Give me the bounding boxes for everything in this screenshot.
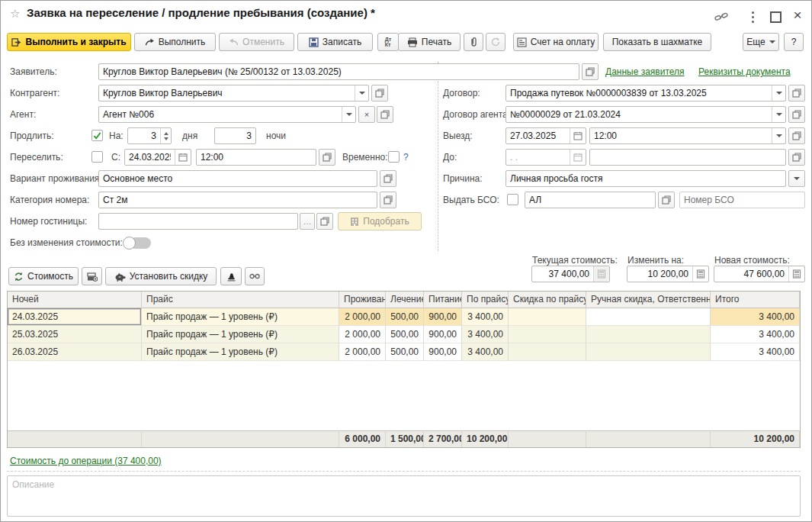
invoice-button[interactable]: Счет на оплату <box>513 33 599 51</box>
contract-field[interactable] <box>505 85 786 102</box>
dropdown-icon[interactable] <box>342 107 355 122</box>
agent-clear-button[interactable]: × <box>358 106 375 123</box>
cell-by-price[interactable]: 3 400,00 <box>462 343 509 361</box>
cell-treatment[interactable]: 500,00 <box>386 343 424 361</box>
cell-night[interactable]: 25.03.2025 <box>8 326 142 343</box>
agent-input[interactable] <box>99 107 342 122</box>
execute-button[interactable]: Выполнить <box>134 33 216 51</box>
save-button[interactable]: Записать <box>297 33 373 51</box>
cell-price-discount[interactable] <box>509 343 586 361</box>
col-header-manual-discount[interactable]: Ручная скидка, Ответственный <box>586 292 711 308</box>
calendar-icon[interactable] <box>175 150 191 165</box>
applicant-field[interactable] <box>98 63 579 80</box>
room-category-field[interactable] <box>98 192 377 208</box>
cell-meals[interactable]: 900,00 <box>424 326 462 343</box>
show-postings-button[interactable]: ДтКт <box>377 33 399 51</box>
prolong-nights-field[interactable] <box>214 127 256 144</box>
cancel-button[interactable]: Отменить <box>219 33 294 51</box>
prolong-checkbox[interactable] <box>91 130 103 141</box>
close-button[interactable]: × <box>789 8 806 22</box>
more-button[interactable]: Еще <box>743 33 779 51</box>
cell-treatment[interactable]: 500,00 <box>386 308 424 326</box>
cell-manual-discount[interactable] <box>586 343 711 361</box>
departure-date-field[interactable] <box>505 127 586 144</box>
col-header-treatment[interactable]: Лечение <box>386 292 424 308</box>
counterparty-input[interactable] <box>99 85 355 101</box>
contract-open-button[interactable] <box>788 85 805 102</box>
refresh-cost-button[interactable]: Стоимость <box>8 267 79 285</box>
cell-meals[interactable]: 900,00 <box>424 308 462 326</box>
execute-and-close-button[interactable]: Выполнить и закрыть <box>7 33 131 51</box>
applicant-open-button[interactable] <box>582 63 599 80</box>
cell-price[interactable]: Прайс продаж — 1 уровень (₽) <box>142 343 339 361</box>
cash-register-button[interactable] <box>82 267 102 285</box>
dropdown-icon[interactable] <box>772 128 785 143</box>
cell-by-price[interactable]: 3 400,00 <box>462 326 509 343</box>
cell-price-discount[interactable] <box>509 326 586 343</box>
dropdown-icon[interactable] <box>772 107 785 122</box>
cell-total[interactable]: 3 400,00 <box>711 308 800 326</box>
bso-number-input[interactable] <box>680 192 804 208</box>
room-category-input[interactable] <box>99 192 377 208</box>
temporary-checkbox[interactable] <box>388 151 400 163</box>
col-header-nights[interactable]: Ночей <box>8 292 142 308</box>
reason-input[interactable] <box>506 171 785 186</box>
bso-number-field[interactable] <box>679 192 805 208</box>
until-date-field[interactable] <box>505 149 586 166</box>
change-by-input[interactable] <box>627 266 692 282</box>
agent-field[interactable] <box>98 106 356 123</box>
dropdown-icon[interactable] <box>355 85 368 101</box>
counterparty-field[interactable] <box>98 85 369 102</box>
cell-stay[interactable]: 2 000,00 <box>339 326 386 343</box>
until-time-input[interactable] <box>590 150 785 165</box>
agent-contract-open-button[interactable] <box>788 106 805 123</box>
stay-option-field[interactable] <box>98 170 377 187</box>
col-header-price[interactable]: Прайс <box>142 292 339 308</box>
stamp-button[interactable] <box>220 267 242 285</box>
set-discount-button[interactable]: Установить скидку <box>105 267 217 285</box>
until-date-input[interactable] <box>506 150 570 165</box>
show-in-chessboard-button[interactable]: Показать в шахматке <box>603 33 711 51</box>
pick-room-button[interactable]: Подобрать <box>338 212 422 230</box>
prolong-days-input[interactable] <box>128 128 160 143</box>
spinner-control[interactable] <box>160 128 171 143</box>
new-cost-input[interactable] <box>714 266 788 282</box>
relocate-date-field[interactable] <box>124 149 191 166</box>
cell-treatment[interactable]: 500,00 <box>386 326 424 343</box>
cell-by-price[interactable]: 3 400,00 <box>462 308 509 326</box>
col-header-by-price[interactable]: По прайсу <box>462 292 509 308</box>
reason-dropdown-button[interactable] <box>788 170 805 187</box>
col-header-price-discount[interactable]: Скидка по прайсу <box>509 292 586 308</box>
stay-option-open-button[interactable] <box>380 170 396 187</box>
cost-before-operation-link[interactable]: Стоимость до операции (37 400,00) <box>10 453 162 469</box>
agent-open-button[interactable] <box>377 106 393 123</box>
print-button[interactable]: Печать <box>398 33 461 51</box>
col-header-meals[interactable]: Питание <box>424 292 462 308</box>
hotel-room-ellipsis-button[interactable]: … <box>300 213 315 230</box>
linked-documents-button[interactable] <box>245 267 265 285</box>
cell-manual-discount[interactable] <box>586 326 711 343</box>
cell-price[interactable]: Прайс продаж — 1 уровень (₽) <box>142 326 339 343</box>
favorite-star-icon[interactable]: ☆ <box>10 7 20 21</box>
relocate-checkbox[interactable] <box>91 151 103 163</box>
hotel-room-field[interactable] <box>98 213 298 230</box>
calculator-icon[interactable] <box>593 266 609 282</box>
get-link-button[interactable] <box>713 10 730 24</box>
bso-series-field[interactable] <box>525 192 656 208</box>
hotel-room-input[interactable] <box>99 214 297 229</box>
bso-open-button[interactable] <box>658 192 675 208</box>
cell-stay[interactable]: 2 000,00 <box>339 308 386 326</box>
cell-night[interactable]: 24.03.2025 <box>8 308 142 326</box>
counterparty-open-button[interactable] <box>371 85 388 102</box>
hotel-room-open-button[interactable] <box>316 213 333 230</box>
table-empty-area[interactable] <box>8 361 800 430</box>
cell-stay[interactable]: 2 000,00 <box>339 343 386 361</box>
cell-total[interactable]: 3 400,00 <box>711 326 800 343</box>
until-time-field[interactable] <box>589 149 786 166</box>
dropdown-icon[interactable] <box>772 85 785 101</box>
departure-date-input[interactable] <box>506 128 570 143</box>
cell-meals[interactable]: 900,00 <box>424 343 462 361</box>
cell-total[interactable]: 3 400,00 <box>711 343 800 361</box>
calendar-icon[interactable] <box>570 150 586 165</box>
relocate-date-input[interactable] <box>125 150 175 165</box>
